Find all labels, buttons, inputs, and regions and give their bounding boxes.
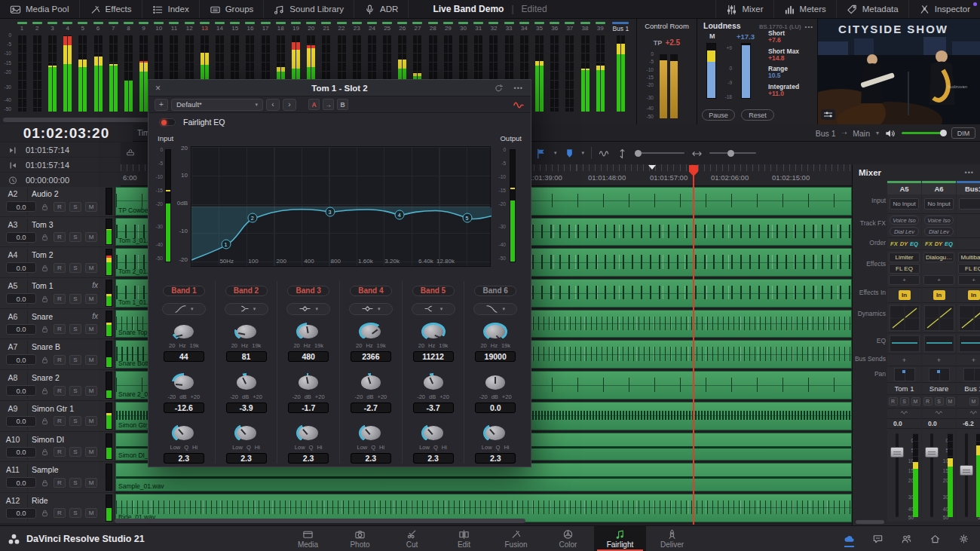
q-value[interactable]: 2.3 bbox=[351, 453, 391, 464]
q-knob[interactable] bbox=[172, 424, 196, 442]
gain-knob[interactable] bbox=[296, 373, 320, 392]
track-m-button[interactable]: M bbox=[85, 263, 97, 273]
add-effect-button[interactable]: + bbox=[889, 275, 920, 285]
knob-dial[interactable] bbox=[361, 325, 381, 339]
track-s-button[interactable]: S bbox=[69, 508, 81, 518]
monitor-destination[interactable]: Main bbox=[853, 129, 870, 138]
prev-preset-button[interactable]: ‹ bbox=[266, 99, 280, 111]
trackfx-dial-lev[interactable]: Dial Lev bbox=[890, 227, 919, 236]
fader-value[interactable]: -6.2 bbox=[957, 420, 980, 427]
pan-control[interactable] bbox=[929, 368, 950, 381]
track-header-a5[interactable]: A5Tom 1fx0.0RSM bbox=[0, 278, 115, 308]
band-enable-button[interactable]: Band 4 bbox=[350, 286, 392, 296]
track-m-button[interactable]: M bbox=[85, 478, 97, 488]
track-fader-value[interactable]: 0.0 bbox=[6, 324, 36, 335]
lock-icon[interactable] bbox=[40, 324, 50, 334]
track-m-button[interactable]: M bbox=[85, 355, 97, 365]
knob-dial[interactable] bbox=[237, 426, 256, 440]
page-tab-media[interactable]: Media bbox=[282, 526, 334, 551]
lock-icon[interactable] bbox=[40, 263, 50, 273]
toolbar-button-mixer[interactable]: Mixer bbox=[715, 0, 773, 18]
track-r-button[interactable]: R bbox=[54, 263, 66, 273]
band-enable-button[interactable]: Band 6 bbox=[474, 286, 516, 296]
trackfx-dial-lev[interactable]: Dial Lev bbox=[924, 227, 954, 236]
strip-m-button[interactable]: M bbox=[969, 397, 978, 406]
track-header-a6[interactable]: A6Snarefx0.0RSM bbox=[0, 309, 115, 339]
eq-band-handle-2[interactable]: 2 bbox=[247, 213, 257, 223]
ab-compare-a-button[interactable]: A bbox=[308, 99, 320, 110]
frequency-value[interactable]: 19000 bbox=[475, 351, 516, 362]
chat-icon[interactable] bbox=[872, 533, 884, 544]
knob-dial[interactable] bbox=[361, 375, 381, 390]
toolbar-button-adr[interactable]: ADR bbox=[354, 0, 409, 18]
monitor-volume-slider[interactable] bbox=[902, 132, 945, 134]
toolbar-button-effects[interactable]: Effects bbox=[80, 0, 142, 18]
track-height-slider[interactable] bbox=[635, 152, 684, 154]
track-s-button[interactable]: S bbox=[69, 294, 81, 304]
q-knob[interactable] bbox=[296, 424, 320, 442]
q-value[interactable]: 2.3 bbox=[164, 453, 204, 464]
knob-dial[interactable] bbox=[174, 426, 194, 440]
toolbar-button-sound-library[interactable]: Sound Library bbox=[264, 0, 354, 18]
page-tab-fairlight[interactable]: Fairlight bbox=[594, 526, 646, 551]
lock-icon[interactable] bbox=[40, 478, 50, 488]
lock-icon[interactable] bbox=[40, 294, 50, 304]
eq-graph[interactable] bbox=[890, 335, 920, 352]
eq-band-handle-4[interactable]: 4 bbox=[394, 210, 404, 219]
gain-value[interactable]: 0.0 bbox=[475, 403, 516, 413]
track-header-a8[interactable]: A8Snare 20.0RSM bbox=[0, 370, 115, 400]
toolbar-button-groups[interactable]: Groups bbox=[200, 0, 265, 18]
fader-value[interactable]: 0.0 bbox=[922, 420, 956, 427]
fader-value[interactable]: 0.0 bbox=[887, 420, 921, 427]
strip-s-button[interactable]: S bbox=[935, 397, 944, 406]
q-knob[interactable] bbox=[234, 424, 259, 442]
knob-dial[interactable] bbox=[299, 426, 318, 440]
track-fader-value[interactable]: 0.0 bbox=[6, 447, 36, 458]
knob-dial[interactable] bbox=[237, 375, 256, 390]
q-value[interactable]: 2.3 bbox=[288, 453, 329, 464]
track-header-a12[interactable]: A12Ride0.0RSM bbox=[0, 493, 115, 523]
track-m-button[interactable]: M bbox=[85, 202, 97, 212]
marker-dropdown-icon[interactable]: ▾ bbox=[582, 150, 585, 156]
toolbar-button-meters[interactable]: Meters bbox=[773, 0, 836, 18]
plugin-bypass-toggle[interactable] bbox=[159, 118, 176, 126]
track-r-button[interactable]: R bbox=[54, 355, 66, 365]
track-fader-value[interactable]: 0.0 bbox=[6, 477, 36, 488]
fader-handle[interactable] bbox=[890, 447, 904, 458]
q-knob[interactable] bbox=[359, 424, 383, 442]
page-tab-edit[interactable]: Edit bbox=[438, 526, 490, 551]
q-value[interactable]: 2.3 bbox=[413, 453, 454, 464]
zoom-slider[interactable] bbox=[709, 152, 756, 154]
flag-icon[interactable] bbox=[536, 148, 547, 159]
mixer-menu-icon[interactable]: ••• bbox=[965, 169, 974, 176]
settings-icon[interactable] bbox=[958, 533, 969, 544]
page-tab-photo[interactable]: Photo bbox=[334, 526, 386, 551]
track-header-a11[interactable]: A11Sample0.0RSM bbox=[0, 462, 115, 492]
track-header-a7[interactable]: A7Snare B0.0RSM bbox=[0, 339, 115, 369]
track-m-button[interactable]: M bbox=[85, 508, 97, 518]
page-tab-deliver[interactable]: Deliver bbox=[646, 526, 698, 551]
eq-curve-plot[interactable]: 50Hz1002004008001.60k3.20k6.40k12.80k 12… bbox=[191, 146, 491, 267]
track-header-a4[interactable]: A4Tom 20.0RSM bbox=[0, 247, 115, 277]
q-value[interactable]: 2.3 bbox=[475, 453, 516, 464]
track-r-button[interactable]: R bbox=[54, 478, 66, 488]
collaboration-icon[interactable] bbox=[901, 533, 912, 544]
gain-value[interactable]: -1.7 bbox=[288, 403, 329, 413]
track-s-button[interactable]: S bbox=[69, 232, 81, 242]
order-badges[interactable]: FXDYEQ bbox=[890, 240, 918, 247]
timeline-marker-icon[interactable] bbox=[648, 165, 656, 170]
band-shape-dropdown[interactable]: ▾ bbox=[412, 303, 455, 315]
track-s-button[interactable]: S bbox=[69, 478, 81, 488]
band-shape-dropdown[interactable]: ▾ bbox=[225, 303, 268, 315]
knob-dial[interactable] bbox=[424, 325, 443, 339]
track-r-button[interactable]: R bbox=[54, 232, 66, 242]
trackfx-voice-iso[interactable]: Voice Iso bbox=[890, 216, 919, 225]
lock-icon[interactable] bbox=[40, 416, 50, 426]
q-knob[interactable] bbox=[483, 424, 507, 442]
effects-in-button[interactable]: In bbox=[968, 290, 980, 300]
strip-m-button[interactable]: M bbox=[946, 397, 955, 406]
knob-dial[interactable] bbox=[424, 426, 443, 440]
track-height-icon[interactable] bbox=[617, 148, 628, 159]
lock-icon[interactable] bbox=[40, 508, 50, 518]
fader-handle[interactable] bbox=[925, 447, 939, 458]
